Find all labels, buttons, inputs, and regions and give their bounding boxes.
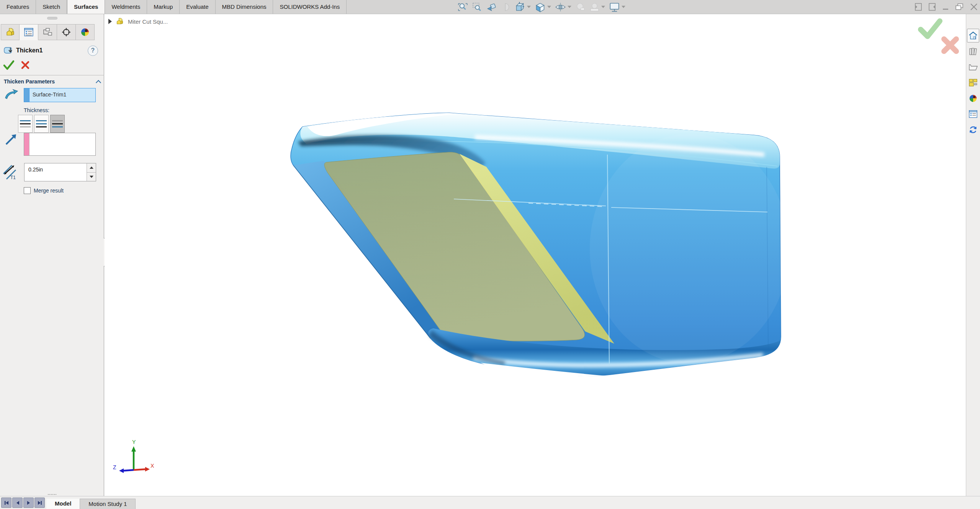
file-explorer-button[interactable] [967, 60, 979, 74]
display-style-icon [535, 2, 546, 13]
zoom-to-fit-button[interactable] [456, 0, 470, 14]
dimxpert-manager-tab[interactable] [57, 24, 76, 40]
apply-scene-button [587, 0, 607, 14]
zoom-to-area-icon [472, 2, 482, 12]
ribbon-tab-solidworks-addins[interactable]: SOLIDWORKS Add-Ins [273, 0, 347, 14]
display-manager-icon [80, 28, 90, 37]
collapse-panel-left-button[interactable] [914, 2, 923, 11]
collapse-chevron-icon[interactable] [96, 80, 101, 85]
ribbon-tab-features[interactable]: Features [0, 0, 36, 14]
frame-navigation [0, 498, 46, 509]
merge-result-row: Merge result [24, 187, 64, 194]
home-button[interactable] [967, 29, 979, 42]
ribbon-tab-mbd-dimensions[interactable]: MBD Dimensions [216, 0, 273, 14]
configuration-manager-icon [42, 28, 53, 37]
confirm-cancel-button[interactable] [939, 34, 961, 56]
selection-highlight-strip [24, 88, 29, 102]
view-settings-button[interactable] [607, 0, 627, 14]
previous-frame-button[interactable] [12, 498, 23, 508]
motion-study-1-tab[interactable]: Motion Study 1 [80, 499, 136, 509]
model-canvas[interactable] [105, 14, 966, 496]
display-manager-tab[interactable] [76, 24, 95, 40]
hide-show-items-button[interactable] [553, 0, 573, 14]
chevron-down-icon[interactable] [527, 6, 531, 8]
graphics-viewport[interactable]: Miter Cut Squ... Y X Z [105, 14, 966, 496]
thicken-both-sides-button[interactable] [34, 115, 49, 133]
collapse-panel-right-button[interactable] [928, 2, 936, 11]
ribbon-tab-markup[interactable]: Markup [147, 0, 180, 14]
view-palette-button[interactable] [967, 76, 979, 90]
flyout-feature-tree: Miter Cut Squ... [108, 18, 168, 25]
direction-selection-row [3, 133, 96, 156]
task-pane-strip [966, 14, 980, 496]
previous-view-button[interactable] [484, 0, 498, 14]
thickness-value: 0.25in [25, 163, 87, 181]
surface-selection-box[interactable]: Surface-Trim1 [24, 88, 96, 102]
ribbon-tab-evaluate[interactable]: Evaluate [180, 0, 215, 14]
part-name-label[interactable]: Miter Cut Squ... [128, 18, 168, 25]
custom-properties-button[interactable] [967, 107, 979, 121]
solidworks-resources-button[interactable] [967, 123, 979, 137]
ribbon-tab-weldments[interactable]: Weldments [105, 0, 147, 14]
feature-manager-icon [5, 28, 16, 37]
previous-view-icon [486, 2, 496, 12]
display-style-button[interactable] [533, 0, 553, 14]
thicken-parameters-group-header[interactable]: Thicken Parameters [0, 75, 104, 88]
section-view-icon [500, 2, 510, 12]
z-axis-arrow [119, 468, 124, 473]
chevron-down-icon[interactable] [568, 6, 571, 8]
last-frame-button[interactable] [34, 498, 45, 508]
design-library-icon [968, 47, 978, 56]
part-icon [115, 18, 124, 25]
design-library-button[interactable] [967, 44, 979, 58]
feature-manager-tab[interactable] [1, 24, 20, 40]
merge-result-checkbox[interactable] [24, 187, 31, 194]
custom-properties-icon [968, 109, 978, 119]
thicken-side1-button[interactable] [18, 115, 33, 133]
configuration-manager-tab[interactable] [38, 24, 57, 40]
view-orientation-icon [514, 2, 525, 13]
direction-selection-box[interactable] [24, 133, 96, 156]
property-manager-tab[interactable] [20, 24, 38, 40]
spinner-up-button[interactable] [87, 163, 96, 172]
motion-bar-grip[interactable] [48, 494, 56, 496]
solidworks-resources-icon [968, 125, 978, 134]
x-axis-arrow [145, 467, 150, 471]
property-manager-icon [23, 28, 34, 37]
close-button[interactable] [969, 2, 978, 11]
chevron-down-icon[interactable] [547, 6, 551, 8]
thickness-t1-icon: T1 [2, 164, 19, 181]
up-arrow-icon [90, 166, 93, 169]
icon-line [52, 123, 63, 124]
first-frame-button[interactable] [1, 498, 11, 508]
ribbon-tab-sketch[interactable]: Sketch [36, 0, 67, 14]
restore-button[interactable] [955, 2, 964, 11]
ok-button[interactable] [2, 59, 15, 71]
collapse-panel-left-icon [914, 2, 923, 11]
zoom-to-area-button[interactable] [470, 0, 484, 14]
z-axis-label: Z [113, 464, 116, 470]
help-button[interactable]: ? [88, 46, 98, 56]
icon-line [52, 126, 63, 127]
chevron-down-icon[interactable] [622, 6, 625, 8]
spinner-down-button[interactable] [87, 172, 96, 181]
edit-appearance-button [573, 0, 587, 14]
cancel-button[interactable] [20, 60, 31, 70]
next-frame-button[interactable] [23, 498, 34, 508]
thicken-side2-button[interactable] [50, 115, 65, 133]
x-axis-label: X [151, 463, 154, 469]
front-face-sheen [590, 134, 789, 364]
minimize-button[interactable] [942, 2, 949, 11]
first-frame-icon [4, 500, 9, 506]
feature-title: Thicken1 [16, 47, 43, 54]
model-tab[interactable]: Model [46, 499, 80, 509]
tree-expand-arrow[interactable] [108, 19, 112, 24]
surface-flip-icon [3, 88, 18, 102]
spinner [87, 163, 96, 181]
thickness-input[interactable]: 0.25in [24, 163, 96, 181]
panel-drag-handle[interactable] [47, 17, 57, 20]
view-orientation-button[interactable] [512, 0, 533, 14]
minimize-icon [942, 2, 949, 11]
ribbon-tab-surfaces[interactable]: Surfaces [67, 0, 105, 14]
appearances-scenes-button[interactable] [967, 91, 979, 105]
